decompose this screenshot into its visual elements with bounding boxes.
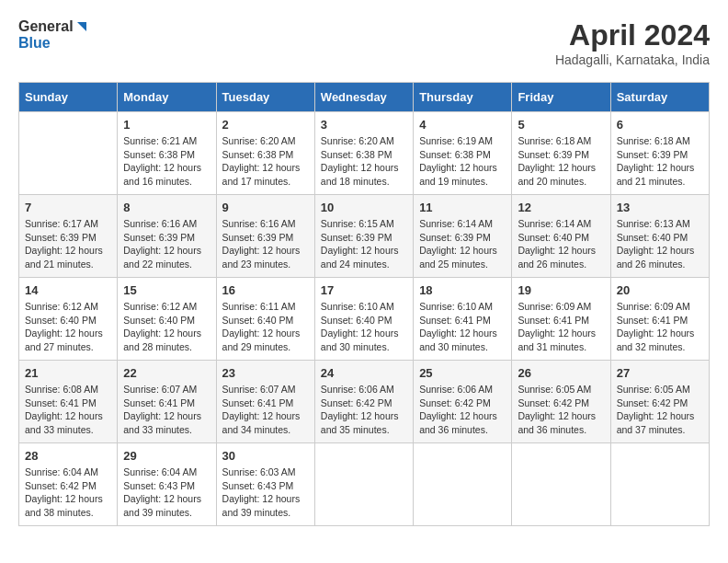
logo: GeneralBlue xyxy=(18,18,88,51)
day-number: 19 xyxy=(518,283,604,297)
day-number: 22 xyxy=(123,366,210,380)
day-number: 4 xyxy=(419,118,506,132)
day-info: Sunrise: 6:18 AM Sunset: 6:39 PM Dayligh… xyxy=(617,134,703,189)
calendar-cell: 5Sunrise: 6:18 AM Sunset: 6:39 PM Daylig… xyxy=(512,112,610,195)
calendar-week-4: 21Sunrise: 6:08 AM Sunset: 6:41 PM Dayli… xyxy=(19,361,710,443)
day-info: Sunrise: 6:20 AM Sunset: 6:38 PM Dayligh… xyxy=(321,134,407,189)
calendar-cell: 17Sunrise: 6:10 AM Sunset: 6:40 PM Dayli… xyxy=(314,278,413,361)
day-info: Sunrise: 6:05 AM Sunset: 6:42 PM Dayligh… xyxy=(617,383,703,437)
weekday-header-row: SundayMondayTuesdayWednesdayThursdayFrid… xyxy=(19,83,710,112)
calendar-cell: 11Sunrise: 6:14 AM Sunset: 6:39 PM Dayli… xyxy=(414,195,512,278)
day-info: Sunrise: 6:17 AM Sunset: 6:39 PM Dayligh… xyxy=(25,217,111,271)
calendar-cell: 15Sunrise: 6:12 AM Sunset: 6:40 PM Dayli… xyxy=(118,278,216,361)
weekday-header-sunday: Sunday xyxy=(19,83,118,112)
weekday-header-saturday: Saturday xyxy=(610,83,709,112)
calendar-week-1: 1Sunrise: 6:21 AM Sunset: 6:38 PM Daylig… xyxy=(19,112,710,195)
day-info: Sunrise: 6:05 AM Sunset: 6:42 PM Dayligh… xyxy=(518,383,604,437)
day-info: Sunrise: 6:07 AM Sunset: 6:41 PM Dayligh… xyxy=(222,383,309,437)
weekday-header-thursday: Thursday xyxy=(414,83,512,112)
calendar-cell xyxy=(512,443,610,526)
calendar-cell: 29Sunrise: 6:04 AM Sunset: 6:43 PM Dayli… xyxy=(118,443,216,526)
day-number: 10 xyxy=(321,201,407,214)
day-info: Sunrise: 6:20 AM Sunset: 6:38 PM Dayligh… xyxy=(222,134,309,189)
day-number: 7 xyxy=(25,201,111,214)
header: GeneralBlue April 2024 Hadagalli, Karnat… xyxy=(18,18,710,67)
calendar-cell: 27Sunrise: 6:05 AM Sunset: 6:42 PM Dayli… xyxy=(610,361,709,443)
day-info: Sunrise: 6:14 AM Sunset: 6:39 PM Dayligh… xyxy=(419,217,506,271)
day-number: 29 xyxy=(123,449,210,463)
day-info: Sunrise: 6:09 AM Sunset: 6:41 PM Dayligh… xyxy=(617,300,703,354)
day-number: 17 xyxy=(321,283,407,297)
calendar-cell: 10Sunrise: 6:15 AM Sunset: 6:39 PM Dayli… xyxy=(314,195,413,278)
day-number: 21 xyxy=(25,366,111,380)
calendar-cell xyxy=(19,112,118,195)
day-info: Sunrise: 6:13 AM Sunset: 6:40 PM Dayligh… xyxy=(617,217,703,271)
calendar-cell: 16Sunrise: 6:11 AM Sunset: 6:40 PM Dayli… xyxy=(216,278,314,361)
day-info: Sunrise: 6:07 AM Sunset: 6:41 PM Dayligh… xyxy=(123,383,210,437)
day-number: 16 xyxy=(222,283,309,297)
day-number: 26 xyxy=(518,366,604,380)
calendar-cell: 19Sunrise: 6:09 AM Sunset: 6:41 PM Dayli… xyxy=(512,278,610,361)
calendar-cell: 30Sunrise: 6:03 AM Sunset: 6:43 PM Dayli… xyxy=(216,443,314,526)
day-number: 20 xyxy=(617,283,703,297)
day-number: 24 xyxy=(321,366,407,380)
calendar-week-3: 14Sunrise: 6:12 AM Sunset: 6:40 PM Dayli… xyxy=(19,278,710,361)
title-area: April 2024 Hadagalli, Karnataka, India xyxy=(555,18,710,67)
day-info: Sunrise: 6:16 AM Sunset: 6:39 PM Dayligh… xyxy=(123,217,210,271)
day-number: 3 xyxy=(321,118,407,132)
day-number: 27 xyxy=(617,366,703,380)
calendar-cell: 20Sunrise: 6:09 AM Sunset: 6:41 PM Dayli… xyxy=(610,278,709,361)
page-subtitle: Hadagalli, Karnataka, India xyxy=(555,52,710,67)
calendar-cell: 13Sunrise: 6:13 AM Sunset: 6:40 PM Dayli… xyxy=(610,195,709,278)
day-info: Sunrise: 6:12 AM Sunset: 6:40 PM Dayligh… xyxy=(123,300,210,354)
weekday-header-monday: Monday xyxy=(118,83,216,112)
calendar-cell: 8Sunrise: 6:16 AM Sunset: 6:39 PM Daylig… xyxy=(118,195,216,278)
day-info: Sunrise: 6:03 AM Sunset: 6:43 PM Dayligh… xyxy=(222,465,309,520)
day-number: 1 xyxy=(123,118,210,132)
day-number: 8 xyxy=(123,201,210,214)
calendar-cell: 7Sunrise: 6:17 AM Sunset: 6:39 PM Daylig… xyxy=(19,195,118,278)
calendar-cell: 1Sunrise: 6:21 AM Sunset: 6:38 PM Daylig… xyxy=(118,112,216,195)
day-number: 6 xyxy=(617,118,703,132)
calendar-cell: 2Sunrise: 6:20 AM Sunset: 6:38 PM Daylig… xyxy=(216,112,314,195)
calendar-cell: 22Sunrise: 6:07 AM Sunset: 6:41 PM Dayli… xyxy=(118,361,216,443)
day-info: Sunrise: 6:18 AM Sunset: 6:39 PM Dayligh… xyxy=(518,134,604,189)
day-info: Sunrise: 6:08 AM Sunset: 6:41 PM Dayligh… xyxy=(25,383,111,437)
calendar-cell: 21Sunrise: 6:08 AM Sunset: 6:41 PM Dayli… xyxy=(19,361,118,443)
calendar-week-5: 28Sunrise: 6:04 AM Sunset: 6:42 PM Dayli… xyxy=(19,443,710,526)
day-number: 23 xyxy=(222,366,309,380)
calendar-cell: 4Sunrise: 6:19 AM Sunset: 6:38 PM Daylig… xyxy=(414,112,512,195)
calendar-cell xyxy=(610,443,709,526)
day-info: Sunrise: 6:14 AM Sunset: 6:40 PM Dayligh… xyxy=(518,217,604,271)
day-number: 9 xyxy=(222,201,309,214)
calendar-cell: 3Sunrise: 6:20 AM Sunset: 6:38 PM Daylig… xyxy=(314,112,413,195)
day-info: Sunrise: 6:06 AM Sunset: 6:42 PM Dayligh… xyxy=(321,383,407,437)
day-number: 14 xyxy=(25,283,111,297)
day-number: 11 xyxy=(419,201,506,214)
day-info: Sunrise: 6:04 AM Sunset: 6:42 PM Dayligh… xyxy=(25,465,111,520)
calendar-cell: 6Sunrise: 6:18 AM Sunset: 6:39 PM Daylig… xyxy=(610,112,709,195)
calendar-cell: 23Sunrise: 6:07 AM Sunset: 6:41 PM Dayli… xyxy=(216,361,314,443)
day-number: 2 xyxy=(222,118,309,132)
calendar-cell: 18Sunrise: 6:10 AM Sunset: 6:41 PM Dayli… xyxy=(414,278,512,361)
day-info: Sunrise: 6:04 AM Sunset: 6:43 PM Dayligh… xyxy=(123,465,210,520)
day-info: Sunrise: 6:16 AM Sunset: 6:39 PM Dayligh… xyxy=(222,217,309,271)
day-info: Sunrise: 6:11 AM Sunset: 6:40 PM Dayligh… xyxy=(222,300,309,354)
calendar-cell: 12Sunrise: 6:14 AM Sunset: 6:40 PM Dayli… xyxy=(512,195,610,278)
calendar-cell: 14Sunrise: 6:12 AM Sunset: 6:40 PM Dayli… xyxy=(19,278,118,361)
day-info: Sunrise: 6:09 AM Sunset: 6:41 PM Dayligh… xyxy=(518,300,604,354)
calendar-cell xyxy=(314,443,413,526)
day-info: Sunrise: 6:15 AM Sunset: 6:39 PM Dayligh… xyxy=(321,217,407,271)
weekday-header-friday: Friday xyxy=(512,83,610,112)
calendar-cell: 9Sunrise: 6:16 AM Sunset: 6:39 PM Daylig… xyxy=(216,195,314,278)
day-number: 28 xyxy=(25,449,111,463)
day-info: Sunrise: 6:10 AM Sunset: 6:41 PM Dayligh… xyxy=(419,300,506,354)
day-number: 30 xyxy=(222,449,309,463)
svg-marker-0 xyxy=(77,22,86,31)
day-info: Sunrise: 6:10 AM Sunset: 6:40 PM Dayligh… xyxy=(321,300,407,354)
page-title: April 2024 xyxy=(555,18,710,52)
calendar-cell: 26Sunrise: 6:05 AM Sunset: 6:42 PM Dayli… xyxy=(512,361,610,443)
day-info: Sunrise: 6:12 AM Sunset: 6:40 PM Dayligh… xyxy=(25,300,111,354)
day-number: 5 xyxy=(518,118,604,132)
day-info: Sunrise: 6:21 AM Sunset: 6:38 PM Dayligh… xyxy=(123,134,210,189)
